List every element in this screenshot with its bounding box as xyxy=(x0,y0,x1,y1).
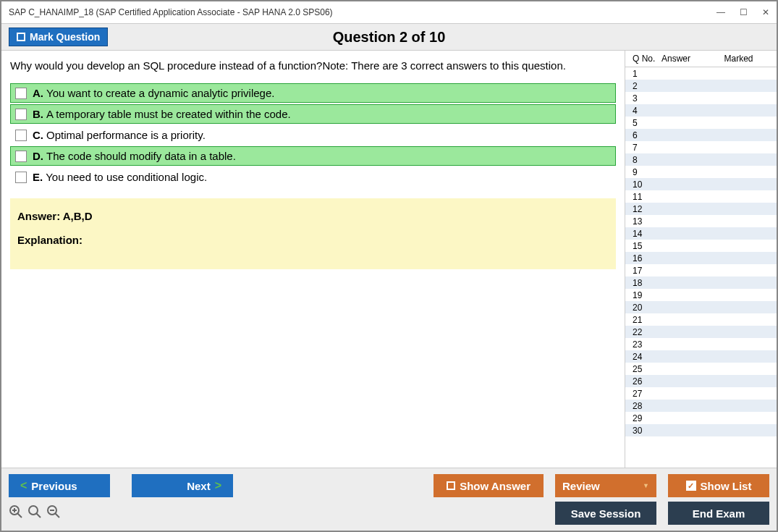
end-exam-label: End Exam xyxy=(693,507,745,520)
question-list-row[interactable]: 25 xyxy=(625,363,777,375)
question-list-row[interactable]: 2 xyxy=(625,80,777,92)
app-window: SAP C_HANAIMP_18 (SAP Certified Applicat… xyxy=(0,0,778,532)
review-label: Review xyxy=(562,480,600,492)
checkbox-icon xyxy=(447,481,455,490)
question-list-row[interactable]: 20 xyxy=(625,301,777,313)
question-list-row[interactable]: 7 xyxy=(625,141,777,153)
question-number: 16 xyxy=(633,253,661,263)
option-checkbox[interactable] xyxy=(15,151,27,162)
option-row[interactable]: D. The code should modify data in a tabl… xyxy=(10,146,616,166)
question-list-row[interactable]: 5 xyxy=(625,117,777,129)
zoom-reset-icon[interactable] xyxy=(28,504,42,523)
option-row[interactable]: A. You want to create a dynamic analytic… xyxy=(10,83,616,103)
question-number: 10 xyxy=(633,180,661,190)
question-counter: Question 2 of 10 xyxy=(333,29,446,46)
svg-line-1 xyxy=(17,513,22,518)
show-answer-button[interactable]: Show Answer xyxy=(434,474,544,497)
option-checkbox[interactable] xyxy=(15,109,27,120)
minimize-icon[interactable]: — xyxy=(716,7,725,17)
nav-buttons: < Previous Next > xyxy=(9,474,233,497)
question-list-row[interactable]: 16 xyxy=(625,252,777,264)
option-row[interactable]: E. You need to use conditional logic. xyxy=(10,167,616,187)
option-letter: B. xyxy=(33,108,43,120)
option-checkbox[interactable] xyxy=(15,130,27,141)
option-row[interactable]: C. Optimal performance is a priority. xyxy=(10,125,616,145)
question-number: 20 xyxy=(633,303,661,313)
action-buttons: Show Answer Review ▼ ✓ Show List xyxy=(434,474,769,497)
answer-box: Answer: A,B,D Explanation: xyxy=(10,198,616,269)
question-number: 28 xyxy=(633,401,661,411)
show-list-button[interactable]: ✓ Show List xyxy=(668,474,769,497)
previous-button[interactable]: < Previous xyxy=(9,474,110,497)
question-list-row[interactable]: 15 xyxy=(625,240,777,252)
zoom-out-icon[interactable] xyxy=(46,504,61,523)
question-list-row[interactable]: 1 xyxy=(625,67,777,80)
question-list-row[interactable]: 19 xyxy=(625,289,777,301)
review-button[interactable]: Review ▼ xyxy=(555,474,656,497)
question-list-row[interactable]: 21 xyxy=(625,313,777,326)
svg-line-7 xyxy=(55,513,59,518)
question-list-row[interactable]: 17 xyxy=(625,264,777,276)
question-list-row[interactable]: 23 xyxy=(625,338,777,350)
zoom-controls xyxy=(9,504,61,523)
chevron-left-icon: < xyxy=(20,479,27,492)
option-text: The code should modify data in a table. xyxy=(46,150,236,162)
question-list-row[interactable]: 14 xyxy=(625,227,777,240)
question-list-row[interactable]: 12 xyxy=(625,203,777,215)
question-list-row[interactable]: 22 xyxy=(625,326,777,338)
window-title: SAP C_HANAIMP_18 (SAP Certified Applicat… xyxy=(9,7,333,17)
titlebar: SAP C_HANAIMP_18 (SAP Certified Applicat… xyxy=(1,1,777,23)
question-list-row[interactable]: 9 xyxy=(625,166,777,178)
question-number: 5 xyxy=(633,118,661,128)
end-exam-button[interactable]: End Exam xyxy=(668,502,769,525)
option-text: A temporary table must be created within… xyxy=(46,108,291,120)
question-number: 3 xyxy=(633,93,661,104)
save-session-button[interactable]: Save Session xyxy=(555,502,656,525)
question-list-row[interactable]: 3 xyxy=(625,92,777,104)
question-list-row[interactable]: 27 xyxy=(625,387,777,400)
question-number: 18 xyxy=(633,278,661,288)
question-list-row[interactable]: 26 xyxy=(625,375,777,387)
question-list-row[interactable]: 13 xyxy=(625,215,777,227)
show-list-label: Show List xyxy=(701,480,752,492)
mark-question-button[interactable]: Mark Question xyxy=(9,28,108,46)
header-marked: Marked xyxy=(705,54,772,64)
svg-line-5 xyxy=(36,513,41,518)
question-number: 1 xyxy=(633,69,661,79)
question-number: 9 xyxy=(633,167,661,177)
close-icon[interactable]: ✕ xyxy=(762,7,769,17)
question-list-row[interactable]: 18 xyxy=(625,276,777,289)
mark-question-label: Mark Question xyxy=(30,31,100,43)
question-list-row[interactable]: 4 xyxy=(625,104,777,117)
session-buttons: Save Session End Exam xyxy=(555,502,769,525)
zoom-in-icon[interactable] xyxy=(9,504,23,523)
question-number: 8 xyxy=(633,155,661,165)
question-number: 24 xyxy=(633,352,661,362)
show-answer-label: Show Answer xyxy=(460,480,530,492)
question-list-row[interactable]: 8 xyxy=(625,153,777,166)
option-checkbox[interactable] xyxy=(15,88,27,99)
question-list-row[interactable]: 6 xyxy=(625,129,777,141)
next-button[interactable]: Next > xyxy=(132,474,233,497)
explanation-label: Explanation: xyxy=(17,234,609,246)
toolbar: Mark Question Question 2 of 10 xyxy=(1,23,777,51)
main-area: Why would you develop an SQL procedure i… xyxy=(1,51,777,468)
question-list-row[interactable]: 11 xyxy=(625,190,777,203)
question-list-row[interactable]: 28 xyxy=(625,400,777,412)
question-number: 17 xyxy=(633,266,661,276)
question-list-row[interactable]: 10 xyxy=(625,178,777,190)
previous-label: Previous xyxy=(31,480,77,492)
question-list-row[interactable]: 30 xyxy=(625,424,777,436)
option-checkbox[interactable] xyxy=(15,172,27,183)
dropdown-icon: ▼ xyxy=(643,482,649,489)
question-number: 19 xyxy=(633,290,661,300)
maximize-icon[interactable]: ☐ xyxy=(740,7,748,17)
option-row[interactable]: B. A temporary table must be created wit… xyxy=(10,104,616,124)
option-letter: A. xyxy=(33,87,43,99)
question-number: 7 xyxy=(633,143,661,153)
question-list-row[interactable]: 29 xyxy=(625,412,777,424)
option-text: You want to create a dynamic analytic pr… xyxy=(46,87,274,99)
save-session-label: Save Session xyxy=(571,507,641,520)
question-list-row[interactable]: 24 xyxy=(625,350,777,363)
question-list[interactable]: 1234567891011121314151617181920212223242… xyxy=(625,67,777,468)
